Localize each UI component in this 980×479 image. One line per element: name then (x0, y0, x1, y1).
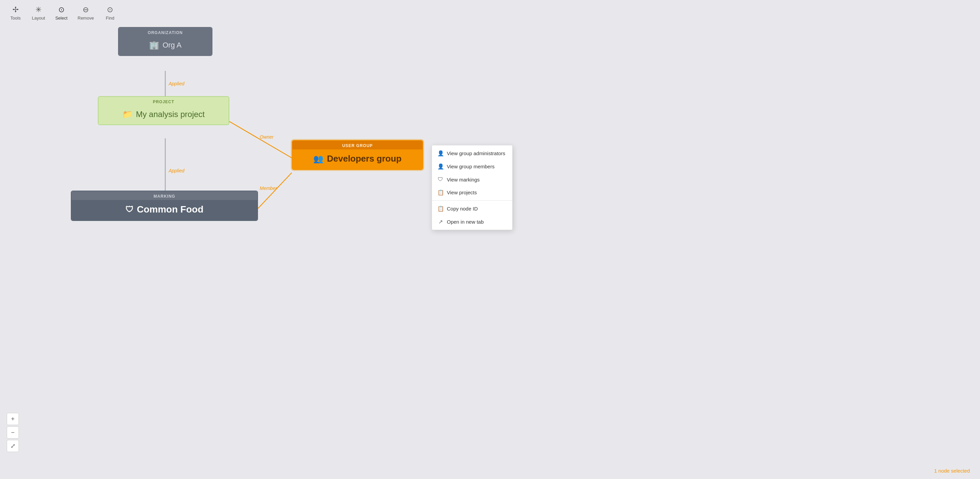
view-admins-label: View group administrators (447, 150, 505, 156)
project-node[interactable]: PROJECT 📁 My analysis project (98, 96, 229, 125)
context-menu-item-copy-node-id[interactable]: 📋 Copy node ID (432, 202, 512, 215)
applied-label-1: Applied (169, 81, 185, 86)
layout-icon: ✳ (35, 5, 41, 14)
usergroup-node-header: USER GROUP (293, 141, 423, 150)
context-menu-item-view-projects[interactable]: 📋 View projects (432, 186, 512, 199)
open-new-tab-icon: ↗ (438, 219, 444, 225)
org-name: Org A (162, 41, 181, 49)
layout-button[interactable]: ✳ Layout (28, 3, 49, 22)
view-markings-icon: 🛡 (438, 177, 444, 183)
usergroup-icon: 👥 (313, 154, 323, 164)
project-node-body: 📁 My analysis project (99, 106, 229, 124)
status-bar: 1 node selected (934, 468, 970, 474)
context-menu-item-view-admins[interactable]: 👤 View group administrators (432, 147, 512, 160)
zoom-fit-button[interactable]: ⤢ (7, 440, 19, 452)
marking-node-header: MARKING (72, 191, 257, 200)
applied-label-2: Applied (169, 168, 185, 173)
remove-icon: ⊖ (83, 5, 89, 14)
svg-line-2 (229, 121, 292, 158)
copy-node-id-icon: 📋 (438, 205, 444, 212)
zoom-out-button[interactable]: − (7, 426, 19, 439)
usergroup-node-body: 👥 Developers group (293, 150, 423, 169)
org-node-body: 🏢 Org A (119, 37, 212, 55)
view-projects-label: View projects (447, 189, 477, 195)
view-projects-icon: 📋 (438, 189, 444, 196)
project-icon: 📁 (123, 110, 132, 119)
select-button[interactable]: ⊙ Select (51, 3, 72, 22)
zoom-controls: + − ⤢ (7, 413, 19, 452)
project-name: My analysis project (136, 110, 205, 119)
marking-node[interactable]: MARKING 🛡 Common Food (71, 191, 258, 221)
project-node-header: PROJECT (99, 97, 229, 106)
marking-icon: 🛡 (126, 205, 134, 214)
status-text: 1 node selected (934, 468, 970, 474)
find-icon: ⊙ (107, 5, 113, 14)
view-members-icon: 👤 (438, 163, 444, 170)
view-markings-label: View markings (447, 177, 480, 183)
tools-button[interactable]: ✢ Tools (5, 3, 25, 22)
view-members-label: View group members (447, 164, 495, 169)
context-menu-divider (432, 201, 512, 201)
view-admins-icon: 👤 (438, 150, 444, 156)
select-icon: ⊙ (58, 5, 64, 14)
usergroup-node[interactable]: USER GROUP 👥 Developers group (292, 140, 423, 170)
move-icon: ✢ (13, 5, 19, 14)
context-menu-item-view-markings[interactable]: 🛡 View markings (432, 173, 512, 186)
marking-node-body: 🛡 Common Food (72, 200, 257, 220)
context-menu-item-open-new-tab[interactable]: ↗ Open in new tab (432, 215, 512, 228)
remove-button[interactable]: ⊖ Remove (74, 3, 97, 22)
copy-node-id-label: Copy node ID (447, 206, 478, 212)
org-icon: 🏢 (149, 40, 159, 50)
owner-label: Owner (260, 134, 274, 140)
zoom-in-button[interactable]: + (7, 413, 19, 425)
usergroup-name: Developers group (327, 153, 401, 164)
member-label: Member (260, 186, 277, 191)
context-menu: 👤 View group administrators 👤 View group… (432, 145, 512, 230)
marking-name: Common Food (137, 204, 204, 215)
open-new-tab-label: Open in new tab (447, 219, 484, 224)
org-node-header: ORGANIZATION (119, 28, 212, 37)
toolbar: ✢ Tools ✳ Layout ⊙ Select ⊖ Remove ⊙ Fin… (0, 0, 126, 26)
org-node[interactable]: ORGANIZATION 🏢 Org A (118, 27, 212, 56)
context-menu-item-view-members[interactable]: 👤 View group members (432, 160, 512, 173)
find-button[interactable]: ⊙ Find (100, 3, 120, 22)
